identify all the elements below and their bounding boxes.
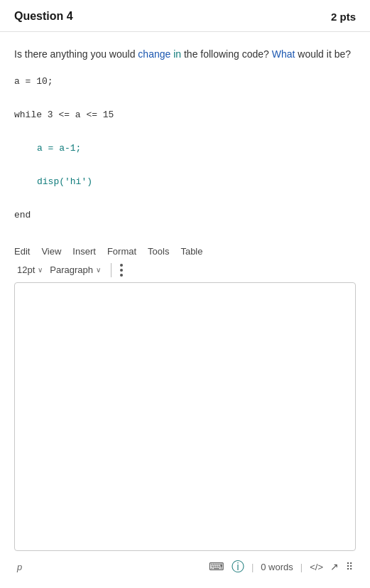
menu-tools[interactable]: Tools <box>148 246 169 257</box>
question-points: 2 pts <box>331 11 356 23</box>
question-body: Is there anything you would change in th… <box>0 32 370 242</box>
menu-insert[interactable]: Insert <box>72 246 96 257</box>
page-container: Question 4 2 pts Is there anything you w… <box>0 0 370 588</box>
editor-section: Edit View Insert Format Tools Table 12pt… <box>0 242 370 588</box>
font-size-dropdown[interactable]: 12pt ∨ <box>14 263 47 277</box>
code-line-5: end <box>14 207 356 223</box>
code-view-button[interactable]: </> <box>310 562 323 572</box>
menu-edit[interactable]: Edit <box>14 246 30 257</box>
word-count: 0 words <box>261 562 293 572</box>
code-line-4: disp('hi') <box>14 173 356 190</box>
accessibility-icon[interactable]: ⓘ <box>232 558 244 575</box>
menu-view[interactable]: View <box>41 246 61 257</box>
paragraph-label: Paragraph <box>50 264 93 275</box>
dot-2 <box>120 269 123 272</box>
code-line-3: a = a-1; <box>14 140 356 156</box>
grid-icon[interactable]: ⠿ <box>346 561 353 572</box>
toolbar-divider <box>111 263 111 277</box>
font-size-value: 12pt <box>17 264 35 275</box>
status-element: p <box>17 562 22 572</box>
paragraph-dropdown[interactable]: Paragraph ∨ <box>47 263 105 277</box>
paragraph-chevron-icon: ∨ <box>96 266 101 274</box>
font-size-chevron-icon: ∨ <box>38 266 43 274</box>
keyboard-icon[interactable]: ⌨ <box>209 560 224 573</box>
menu-format[interactable]: Format <box>107 246 136 257</box>
status-divider-1: | <box>251 562 254 572</box>
highlight-what: What <box>272 48 295 60</box>
dot-3 <box>120 274 123 277</box>
code-line-2: while 3 <= a <= 15 <box>14 107 356 123</box>
status-right-group: ⌨ ⓘ | 0 words | </> ↗ ⠿ <box>209 558 353 575</box>
highlight-change: change <box>138 48 170 60</box>
question-text: Is there anything you would change in th… <box>14 46 356 62</box>
expand-icon[interactable]: ↗ <box>330 561 339 572</box>
code-line-1: a = 10; <box>14 73 356 90</box>
question-header: Question 4 2 pts <box>0 0 370 32</box>
question-title: Question 4 <box>14 10 73 23</box>
more-options-button[interactable] <box>117 262 126 278</box>
status-divider-2: | <box>300 562 303 572</box>
editor-menubar: Edit View Insert Format Tools Table <box>14 242 356 260</box>
editor-statusbar: p ⌨ ⓘ | 0 words | </> ↗ ⠿ <box>14 552 356 581</box>
code-block: a = 10; while 3 <= a <= 15 a = a-1; disp… <box>14 73 356 223</box>
editor-text-area[interactable] <box>14 282 356 551</box>
highlight-in: in <box>173 48 181 60</box>
dot-1 <box>120 264 123 267</box>
menu-table[interactable]: Table <box>180 246 202 257</box>
editor-toolbar: 12pt ∨ Paragraph ∨ <box>14 260 356 281</box>
